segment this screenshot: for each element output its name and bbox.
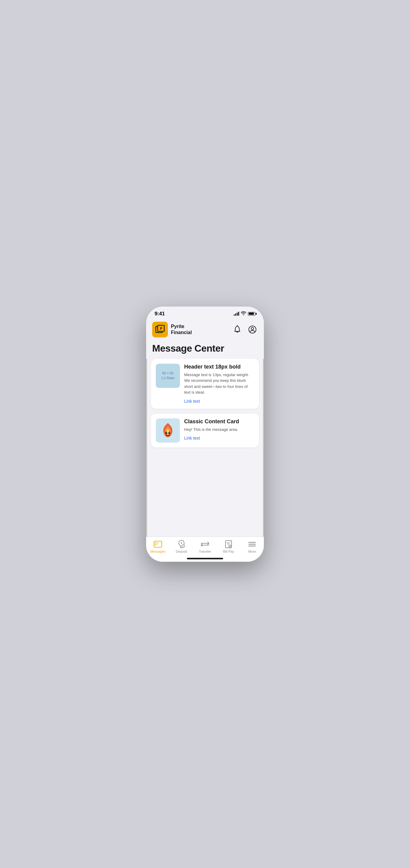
deposit-nav-icon: $ + <box>177 540 186 549</box>
card-1-title: Header text 18px bold <box>184 364 254 370</box>
card-2-message: Hey! This is the message area. <box>184 427 254 433</box>
bell-icon <box>233 325 241 334</box>
nav-item-more[interactable]: More <box>243 540 261 553</box>
brand-name: Pyrite Financial <box>171 323 192 335</box>
more-nav-label: More <box>248 550 256 553</box>
card-2-title: Classic Content Card <box>184 418 254 425</box>
messages-nav-label: Messages <box>150 550 166 553</box>
more-nav-icon <box>248 540 256 549</box>
svg-point-6 <box>251 328 253 330</box>
svg-text:+: + <box>182 545 184 548</box>
svg-point-9 <box>166 432 167 433</box>
phone-frame: 9:41 <box>146 307 264 562</box>
nav-item-messages[interactable]: Messages <box>149 540 167 553</box>
transfer-nav-label: Transfer <box>199 550 211 553</box>
card-1-link[interactable]: Link text <box>184 399 200 404</box>
nav-item-transfer[interactable]: Transfer <box>196 540 214 553</box>
transfer-nav-icon <box>201 540 209 549</box>
logo-area: P Pyrite Financial <box>152 322 192 337</box>
brand-logo: P <box>152 322 168 337</box>
svg-point-7 <box>166 432 167 434</box>
svg-point-10 <box>169 432 170 433</box>
content-card-1: 60 × 60 1:1 Ratio Header text 18px bold … <box>151 359 259 409</box>
app-header: P Pyrite Financial <box>146 319 264 340</box>
page-title: Message Center <box>152 343 258 354</box>
card-2-link[interactable]: Link text <box>184 436 200 440</box>
svg-point-8 <box>168 432 170 434</box>
billpay-nav-label: Bill Pay <box>223 550 234 553</box>
content-card-2: Classic Content Card Hey! This is the me… <box>151 413 259 447</box>
svg-text:$: $ <box>180 541 182 545</box>
svg-rect-11 <box>154 541 162 547</box>
card-1-body: Header text 18px bold Message text is 13… <box>184 364 254 404</box>
card-1-message: Message text is 13px, regular weight. We… <box>184 372 254 396</box>
nav-item-deposit[interactable]: $ + Deposit <box>172 540 191 553</box>
page-title-area: Message Center <box>146 340 264 359</box>
header-icons <box>232 324 258 335</box>
status-time: 9:41 <box>155 311 165 317</box>
signal-icon <box>234 312 239 316</box>
card-2-body: Classic Content Card Hey! This is the me… <box>184 418 254 441</box>
home-indicator <box>187 558 223 559</box>
card-1-image: 60 × 60 1:1 Ratio <box>156 364 180 388</box>
messages-nav-icon <box>154 540 162 549</box>
deposit-nav-label: Deposit <box>176 550 187 553</box>
nav-item-billpay[interactable]: Bill Pay <box>219 540 238 553</box>
profile-button[interactable] <box>247 324 258 335</box>
status-icons <box>234 312 255 316</box>
status-bar: 9:41 <box>146 307 264 319</box>
billpay-nav-icon <box>224 540 233 549</box>
notification-button[interactable] <box>232 324 243 335</box>
card-2-image <box>156 418 180 443</box>
content-area: 60 × 60 1:1 Ratio Header text 18px bold … <box>146 359 264 529</box>
battery-icon <box>248 312 255 316</box>
user-icon <box>248 325 257 334</box>
svg-text:P: P <box>160 327 162 331</box>
logo-icon: P <box>155 325 165 334</box>
fire-mascot-icon <box>160 422 175 440</box>
wifi-icon <box>241 312 246 316</box>
